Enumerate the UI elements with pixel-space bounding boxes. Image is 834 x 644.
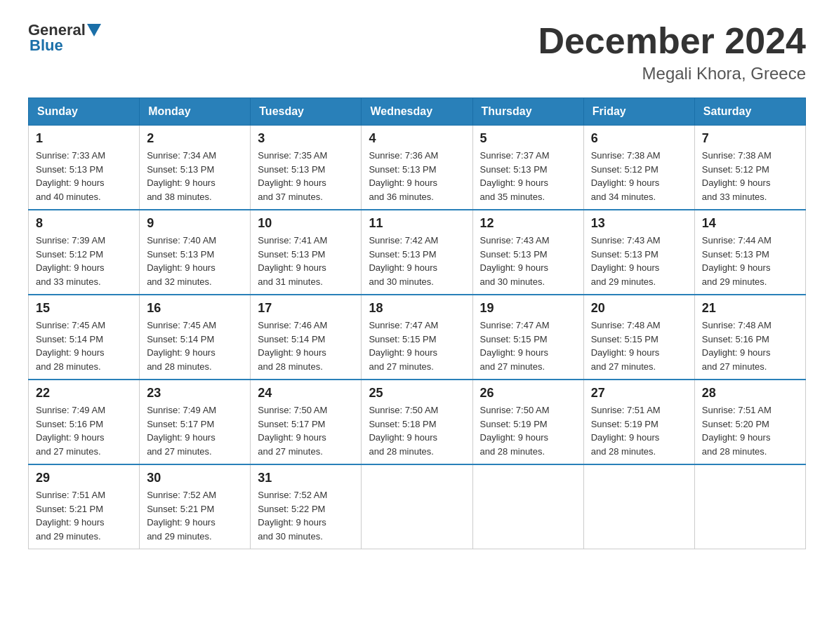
header-saturday: Saturday xyxy=(694,98,805,126)
day-info: Sunrise: 7:45 AM Sunset: 5:14 PM Dayligh… xyxy=(36,318,132,373)
day-info: Sunrise: 7:50 AM Sunset: 5:19 PM Dayligh… xyxy=(480,403,576,458)
calendar-cell: 14 Sunrise: 7:44 AM Sunset: 5:13 PM Dayl… xyxy=(694,210,805,295)
day-number: 20 xyxy=(591,301,687,316)
day-info: Sunrise: 7:47 AM Sunset: 5:15 PM Dayligh… xyxy=(480,318,576,373)
calendar-cell: 1 Sunrise: 7:33 AM Sunset: 5:13 PM Dayli… xyxy=(29,126,140,210)
day-number: 6 xyxy=(591,131,687,146)
day-info: Sunrise: 7:39 AM Sunset: 5:12 PM Dayligh… xyxy=(36,234,132,288)
calendar-cell: 16 Sunrise: 7:45 AM Sunset: 5:14 PM Dayl… xyxy=(140,295,251,380)
calendar-cell xyxy=(472,464,583,549)
calendar-cell xyxy=(583,464,694,549)
day-info: Sunrise: 7:50 AM Sunset: 5:17 PM Dayligh… xyxy=(258,403,354,458)
day-number: 24 xyxy=(258,386,354,401)
calendar-cell: 29 Sunrise: 7:51 AM Sunset: 5:21 PM Dayl… xyxy=(29,464,140,549)
day-number: 9 xyxy=(147,216,243,231)
calendar-cell: 24 Sunrise: 7:50 AM Sunset: 5:17 PM Dayl… xyxy=(251,380,362,464)
day-number: 7 xyxy=(702,131,798,146)
calendar-week-3: 15 Sunrise: 7:45 AM Sunset: 5:14 PM Dayl… xyxy=(29,295,806,380)
day-number: 19 xyxy=(480,301,576,316)
day-number: 31 xyxy=(258,471,354,485)
main-title: December 2024 xyxy=(538,21,806,61)
calendar-cell: 28 Sunrise: 7:51 AM Sunset: 5:20 PM Dayl… xyxy=(694,380,805,464)
calendar-cell: 13 Sunrise: 7:43 AM Sunset: 5:13 PM Dayl… xyxy=(583,210,694,295)
calendar-table: SundayMondayTuesdayWednesdayThursdayFrid… xyxy=(28,98,806,549)
calendar-cell: 30 Sunrise: 7:52 AM Sunset: 5:21 PM Dayl… xyxy=(140,464,251,549)
day-number: 17 xyxy=(258,301,354,316)
day-number: 10 xyxy=(258,216,354,231)
day-info: Sunrise: 7:45 AM Sunset: 5:14 PM Dayligh… xyxy=(147,318,243,373)
calendar-cell: 8 Sunrise: 7:39 AM Sunset: 5:12 PM Dayli… xyxy=(29,210,140,295)
calendar-cell: 25 Sunrise: 7:50 AM Sunset: 5:18 PM Dayl… xyxy=(362,380,472,464)
calendar-cell: 27 Sunrise: 7:51 AM Sunset: 5:19 PM Dayl… xyxy=(583,380,694,464)
day-number: 14 xyxy=(702,216,798,231)
day-number: 8 xyxy=(36,216,132,231)
calendar-cell: 20 Sunrise: 7:48 AM Sunset: 5:15 PM Dayl… xyxy=(583,295,694,380)
calendar-week-4: 22 Sunrise: 7:49 AM Sunset: 5:16 PM Dayl… xyxy=(29,380,806,464)
day-info: Sunrise: 7:34 AM Sunset: 5:13 PM Dayligh… xyxy=(147,149,243,203)
day-info: Sunrise: 7:49 AM Sunset: 5:16 PM Dayligh… xyxy=(36,403,132,458)
calendar-cell: 6 Sunrise: 7:38 AM Sunset: 5:12 PM Dayli… xyxy=(583,126,694,210)
calendar-cell: 10 Sunrise: 7:41 AM Sunset: 5:13 PM Dayl… xyxy=(251,210,362,295)
calendar-week-2: 8 Sunrise: 7:39 AM Sunset: 5:12 PM Dayli… xyxy=(29,210,806,295)
calendar-cell: 31 Sunrise: 7:52 AM Sunset: 5:22 PM Dayl… xyxy=(251,464,362,549)
day-info: Sunrise: 7:42 AM Sunset: 5:13 PM Dayligh… xyxy=(369,234,465,288)
day-number: 15 xyxy=(36,301,132,316)
logo-blue-text: Blue xyxy=(29,36,63,55)
calendar-cell xyxy=(362,464,472,549)
day-info: Sunrise: 7:52 AM Sunset: 5:21 PM Dayligh… xyxy=(147,488,243,543)
day-info: Sunrise: 7:37 AM Sunset: 5:13 PM Dayligh… xyxy=(480,149,576,203)
day-info: Sunrise: 7:38 AM Sunset: 5:12 PM Dayligh… xyxy=(591,149,687,203)
day-info: Sunrise: 7:51 AM Sunset: 5:21 PM Dayligh… xyxy=(36,488,132,543)
day-info: Sunrise: 7:38 AM Sunset: 5:12 PM Dayligh… xyxy=(702,149,798,203)
day-number: 22 xyxy=(36,386,132,401)
day-number: 5 xyxy=(480,131,576,146)
logo-triangle-icon xyxy=(87,24,101,36)
header-thursday: Thursday xyxy=(472,98,583,126)
day-info: Sunrise: 7:43 AM Sunset: 5:13 PM Dayligh… xyxy=(480,234,576,288)
calendar-cell: 7 Sunrise: 7:38 AM Sunset: 5:12 PM Dayli… xyxy=(694,126,805,210)
day-number: 16 xyxy=(147,301,243,316)
calendar-cell: 18 Sunrise: 7:47 AM Sunset: 5:15 PM Dayl… xyxy=(362,295,472,380)
day-number: 25 xyxy=(369,386,465,401)
calendar-cell: 5 Sunrise: 7:37 AM Sunset: 5:13 PM Dayli… xyxy=(472,126,583,210)
page-header: General Blue December 2024 Megali Khora,… xyxy=(28,21,806,83)
calendar-cell: 17 Sunrise: 7:46 AM Sunset: 5:14 PM Dayl… xyxy=(251,295,362,380)
day-info: Sunrise: 7:36 AM Sunset: 5:13 PM Dayligh… xyxy=(369,149,465,203)
day-number: 28 xyxy=(702,386,798,401)
day-number: 13 xyxy=(591,216,687,231)
day-info: Sunrise: 7:50 AM Sunset: 5:18 PM Dayligh… xyxy=(369,403,465,458)
day-info: Sunrise: 7:35 AM Sunset: 5:13 PM Dayligh… xyxy=(258,149,354,203)
day-number: 23 xyxy=(147,386,243,401)
header-wednesday: Wednesday xyxy=(362,98,472,126)
calendar-header-row: SundayMondayTuesdayWednesdayThursdayFrid… xyxy=(29,98,806,126)
day-info: Sunrise: 7:41 AM Sunset: 5:13 PM Dayligh… xyxy=(258,234,354,288)
calendar-cell: 3 Sunrise: 7:35 AM Sunset: 5:13 PM Dayli… xyxy=(251,126,362,210)
day-info: Sunrise: 7:48 AM Sunset: 5:16 PM Dayligh… xyxy=(702,318,798,373)
day-info: Sunrise: 7:43 AM Sunset: 5:13 PM Dayligh… xyxy=(591,234,687,288)
calendar-cell: 11 Sunrise: 7:42 AM Sunset: 5:13 PM Dayl… xyxy=(362,210,472,295)
calendar-cell: 2 Sunrise: 7:34 AM Sunset: 5:13 PM Dayli… xyxy=(140,126,251,210)
title-section: December 2024 Megali Khora, Greece xyxy=(538,21,806,83)
calendar-cell: 15 Sunrise: 7:45 AM Sunset: 5:14 PM Dayl… xyxy=(29,295,140,380)
calendar-cell: 21 Sunrise: 7:48 AM Sunset: 5:16 PM Dayl… xyxy=(694,295,805,380)
day-info: Sunrise: 7:51 AM Sunset: 5:19 PM Dayligh… xyxy=(591,403,687,458)
subtitle: Megali Khora, Greece xyxy=(538,64,806,83)
calendar-cell: 26 Sunrise: 7:50 AM Sunset: 5:19 PM Dayl… xyxy=(472,380,583,464)
day-number: 2 xyxy=(147,131,243,146)
day-number: 27 xyxy=(591,386,687,401)
calendar-cell: 19 Sunrise: 7:47 AM Sunset: 5:15 PM Dayl… xyxy=(472,295,583,380)
day-info: Sunrise: 7:40 AM Sunset: 5:13 PM Dayligh… xyxy=(147,234,243,288)
calendar-cell: 4 Sunrise: 7:36 AM Sunset: 5:13 PM Dayli… xyxy=(362,126,472,210)
header-sunday: Sunday xyxy=(29,98,140,126)
day-number: 26 xyxy=(480,386,576,401)
header-tuesday: Tuesday xyxy=(251,98,362,126)
day-number: 11 xyxy=(369,216,465,231)
day-info: Sunrise: 7:33 AM Sunset: 5:13 PM Dayligh… xyxy=(36,149,132,203)
day-number: 18 xyxy=(369,301,465,316)
day-info: Sunrise: 7:47 AM Sunset: 5:15 PM Dayligh… xyxy=(369,318,465,373)
day-info: Sunrise: 7:44 AM Sunset: 5:13 PM Dayligh… xyxy=(702,234,798,288)
day-number: 30 xyxy=(147,471,243,485)
calendar-cell: 22 Sunrise: 7:49 AM Sunset: 5:16 PM Dayl… xyxy=(29,380,140,464)
calendar-cell: 23 Sunrise: 7:49 AM Sunset: 5:17 PM Dayl… xyxy=(140,380,251,464)
day-info: Sunrise: 7:46 AM Sunset: 5:14 PM Dayligh… xyxy=(258,318,354,373)
